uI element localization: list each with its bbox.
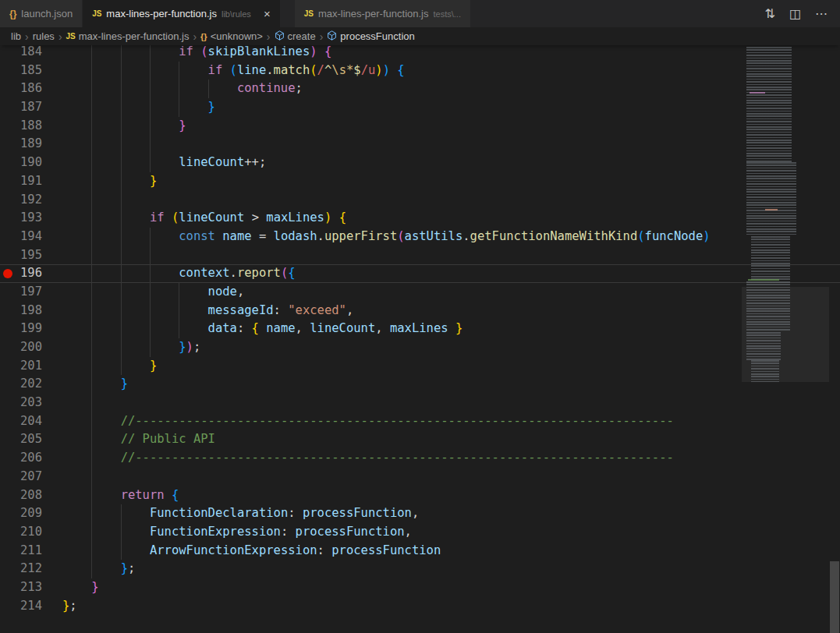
code-line-213[interactable]: 213 } (0, 578, 840, 597)
breakpoint-gutter[interactable] (0, 542, 17, 561)
line-number[interactable]: 192 (17, 191, 42, 210)
code-line-198[interactable]: 198 messageId: "exceed", (0, 302, 840, 320)
breakpoint-gutter[interactable] (0, 45, 17, 62)
line-number[interactable]: 203 (17, 394, 42, 412)
line-number[interactable]: 186 (17, 80, 42, 98)
breakpoint-gutter[interactable] (0, 375, 17, 394)
code-line-208[interactable]: 208 return { (0, 486, 840, 505)
line-number[interactable]: 185 (17, 62, 42, 80)
breakpoint-gutter[interactable] (0, 98, 17, 117)
code-line-195[interactable]: 195 (0, 246, 840, 265)
minimap-viewport-slider[interactable] (742, 287, 829, 382)
breakpoint-gutter[interactable] (0, 486, 17, 505)
code-line-200[interactable]: 200 }); (0, 338, 840, 357)
line-number[interactable]: 207 (17, 468, 42, 486)
tab-launch.json[interactable]: {}launch.json (0, 0, 83, 27)
breakpoint-gutter[interactable] (0, 338, 17, 357)
code-line-186[interactable]: 186 continue; (0, 80, 840, 98)
line-number[interactable]: 210 (17, 523, 42, 542)
line-number[interactable]: 211 (17, 542, 42, 561)
breakpoint-gutter[interactable] (0, 246, 17, 265)
code-line-192[interactable]: 192 (0, 191, 840, 210)
code-line-203[interactable]: 203 (0, 394, 840, 412)
code-line-185[interactable]: 185 if (line.match(/^\s*$/u)) { (0, 62, 840, 80)
line-number[interactable]: 190 (17, 154, 42, 172)
code-line-197[interactable]: 197 node, (0, 283, 840, 302)
tab-max-lines-per-function.js[interactable]: JSmax-lines-per-function.jslib\rules× (83, 0, 281, 27)
breakpoint-gutter[interactable] (0, 597, 17, 616)
line-number[interactable]: 196 (17, 264, 42, 283)
tab-max-lines-per-function.js[interactable]: JSmax-lines-per-function.jstests\... (295, 0, 471, 27)
breakpoint-gutter[interactable] (0, 135, 17, 154)
line-number[interactable]: 189 (17, 135, 42, 154)
code-line-205[interactable]: 205 // Public API (0, 430, 840, 449)
breadcrumb-item-create[interactable]: create (275, 30, 316, 43)
line-number[interactable]: 214 (17, 597, 42, 616)
line-number[interactable]: 184 (17, 45, 42, 62)
breakpoint-gutter[interactable] (0, 320, 17, 338)
code-line-187[interactable]: 187 } (0, 98, 840, 117)
breakpoint-gutter[interactable] (0, 430, 17, 449)
line-number[interactable]: 200 (17, 338, 42, 357)
line-number[interactable]: 209 (17, 504, 42, 523)
code-line-194[interactable]: 194 const name = lodash.upperFirst(astUt… (0, 228, 840, 246)
breakpoint-gutter[interactable] (0, 209, 17, 228)
breakpoint-gutter[interactable] (0, 283, 17, 302)
line-number[interactable]: 195 (17, 246, 42, 265)
breakpoint-gutter[interactable] (0, 228, 17, 246)
line-number[interactable]: 197 (17, 283, 42, 302)
line-number[interactable]: 204 (17, 412, 42, 431)
code-line-188[interactable]: 188 } (0, 117, 840, 136)
breadcrumb-item--unknown-[interactable]: {}<unknown> (200, 30, 263, 42)
open-changes-icon[interactable]: ⇅ (764, 8, 774, 20)
line-number[interactable]: 205 (17, 430, 42, 449)
code-line-196[interactable]: 196 context.report({ (0, 264, 840, 283)
code-line-207[interactable]: 207 (0, 468, 840, 486)
breakpoint-gutter[interactable] (0, 62, 17, 80)
line-number[interactable]: 187 (17, 98, 42, 117)
code-line-184[interactable]: 184 if (skipBlankLines) { (0, 45, 840, 62)
breakpoint-gutter[interactable] (0, 191, 17, 210)
more-actions-icon[interactable]: ⋯ (815, 8, 828, 20)
breadcrumb-item-max-lines-per-function-js[interactable]: JSmax-lines-per-function.js (66, 30, 190, 42)
breakpoint-gutter[interactable] (0, 560, 17, 578)
minimap[interactable] (742, 45, 829, 633)
line-number[interactable]: 194 (17, 228, 42, 246)
breakpoint-gutter[interactable] (0, 449, 17, 468)
vertical-scrollbar[interactable] (829, 45, 840, 633)
breakpoint-icon[interactable] (0, 264, 17, 283)
code-line-209[interactable]: 209 FunctionDeclaration: processFunction… (0, 504, 840, 523)
breakpoint-gutter[interactable] (0, 523, 17, 542)
breadcrumb-item-rules[interactable]: rules (33, 30, 55, 42)
close-tab-icon[interactable]: × (264, 8, 271, 19)
line-number[interactable]: 198 (17, 302, 42, 320)
code-line-191[interactable]: 191 } (0, 172, 840, 191)
breakpoint-gutter[interactable] (0, 357, 17, 376)
code-line-190[interactable]: 190 lineCount++; (0, 154, 840, 172)
breakpoint-gutter[interactable] (0, 80, 17, 98)
code-line-202[interactable]: 202 } (0, 375, 840, 394)
line-number[interactable]: 206 (17, 449, 42, 468)
line-number[interactable]: 191 (17, 172, 42, 191)
code-line-210[interactable]: 210 FunctionExpression: processFunction, (0, 523, 840, 542)
line-number[interactable]: 212 (17, 560, 42, 578)
breakpoint-gutter[interactable] (0, 394, 17, 412)
scrollbar-thumb[interactable] (830, 561, 839, 633)
code-line-189[interactable]: 189 (0, 135, 840, 154)
code-line-204[interactable]: 204 //----------------------------------… (0, 412, 840, 431)
breakpoint-gutter[interactable] (0, 578, 17, 597)
breakpoint-gutter[interactable] (0, 412, 17, 431)
line-number[interactable]: 188 (17, 117, 42, 136)
line-number[interactable]: 208 (17, 486, 42, 505)
breakpoint-gutter[interactable] (0, 468, 17, 486)
breakpoint-gutter[interactable] (0, 302, 17, 320)
split-editor-icon[interactable]: ◫ (789, 8, 801, 20)
breakpoint-gutter[interactable] (0, 504, 17, 523)
code-line-193[interactable]: 193 if (lineCount > maxLines) { (0, 209, 840, 228)
code-line-201[interactable]: 201 } (0, 357, 840, 376)
breadcrumb-item-processFunction[interactable]: processFunction (327, 30, 414, 43)
line-number[interactable]: 193 (17, 209, 42, 228)
breadcrumb-item-lib[interactable]: lib (11, 30, 21, 42)
code-line-214[interactable]: 214}; (0, 597, 840, 616)
code-line-212[interactable]: 212 }; (0, 560, 840, 578)
